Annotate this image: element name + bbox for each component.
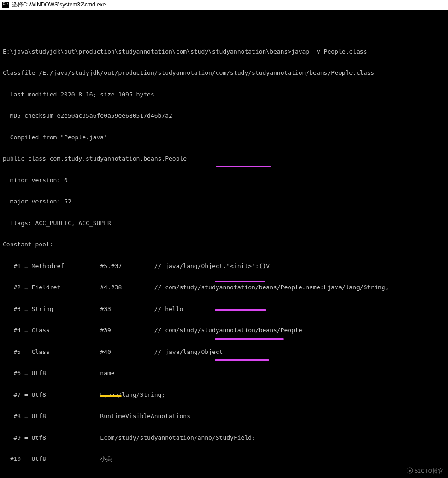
svg-point-1 [409, 470, 411, 472]
pool-entry: #5 = Class #40 // java/lang/Object [3, 348, 445, 356]
prompt-line: E:\java\studyjdk\out\production\studyann… [3, 48, 445, 55]
window-title: 选择C:\WINDOWS\system32\cmd.exe [12, 1, 106, 9]
last-modified-line: Last modified 2020-8-16; size 1095 bytes [3, 91, 445, 98]
md5-line: MD5 checksum e2e50ac35a6fe0a59ee680517d4… [3, 112, 445, 120]
pool-entry: #2 = Fieldref #4.#38 // com/study/studya… [3, 284, 445, 291]
major-version-line: major version: 52 [3, 198, 445, 205]
pool-entry: #1 = Methodref #5.#37 // java/lang/Objec… [3, 263, 445, 270]
pool-entry: #7 = Utf8 Ljava/lang/String; [3, 391, 445, 399]
annotation-underline [215, 338, 284, 340]
annotation-underline [215, 309, 266, 311]
watermark-icon [407, 467, 413, 474]
pool-entry: #10 = Utf8 小美 [3, 455, 445, 463]
cmd-icon [2, 2, 9, 8]
window-title-bar: 选择C:\WINDOWS\system32\cmd.exe [0, 0, 448, 10]
classfile-line: Classfile /E:/java/studyjdk/out/producti… [3, 69, 445, 77]
blank-line [3, 26, 445, 34]
class-decl-line: public class com.study.studyannotation.b… [3, 155, 445, 162]
annotation-underline [216, 166, 271, 167]
compiled-from-line: Compiled from "People.java" [3, 134, 445, 141]
constant-pool-header: Constant pool: [3, 241, 445, 248]
minor-version-line: minor version: 0 [3, 177, 445, 184]
pool-entry: #9 = Utf8 Lcom/study/studyannotation/ann… [3, 434, 445, 442]
pool-entry: #6 = Utf8 name [3, 370, 445, 377]
pool-entry: #4 = Class #39 // com/study/studyannotat… [3, 327, 445, 334]
annotation-underline [215, 281, 265, 282]
flags-line: flags: ACC_PUBLIC, ACC_SUPER [3, 220, 445, 227]
watermark: 51CTO博客 [407, 467, 443, 475]
annotation-underline [215, 359, 269, 361]
annotation-underline [100, 395, 122, 397]
pool-entry: #8 = Utf8 RuntimeVisibleAnnotations [3, 412, 445, 420]
terminal-output[interactable]: E:\java\studyjdk\out\production\studyann… [0, 10, 448, 478]
